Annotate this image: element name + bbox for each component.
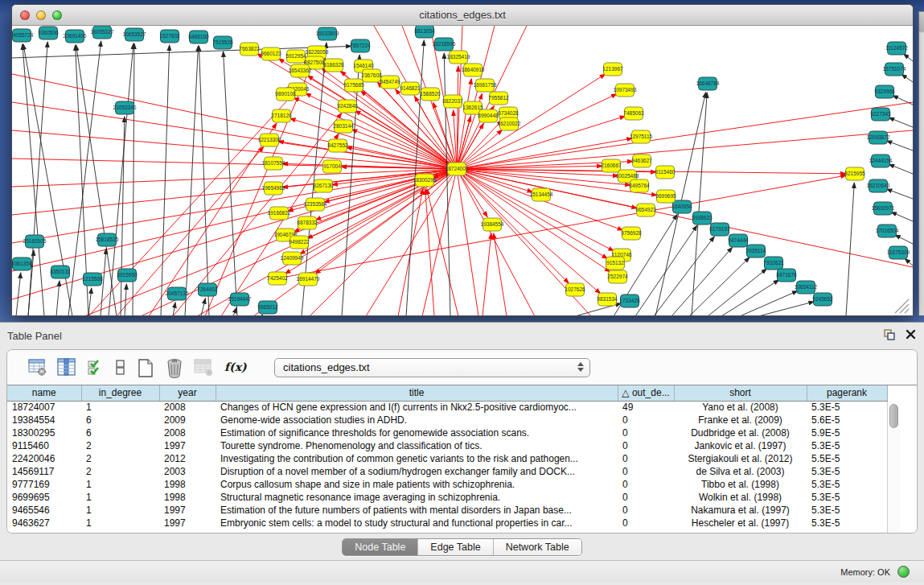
cell-in_degree[interactable]: 1 <box>81 517 159 529</box>
cell-title[interactable]: Changes of HCN gene expression and I(f) … <box>216 401 618 414</box>
cell-out_degree[interactable]: 0 <box>618 426 674 439</box>
graph-edge[interactable] <box>846 183 854 316</box>
graph-edge[interactable] <box>886 141 913 150</box>
show-columns-icon[interactable] <box>55 356 77 378</box>
graph-node[interactable]: 12213300 <box>258 134 281 146</box>
graph-node[interactable]: 917004 <box>323 160 342 173</box>
graph-node[interactable]: 12975115 <box>630 130 653 143</box>
graph-edge[interactable] <box>905 258 913 266</box>
graph-node[interactable]: 20457135 <box>166 287 189 300</box>
graph-edge[interactable] <box>185 46 198 316</box>
graph-node[interactable]: 9146821 <box>400 82 421 95</box>
cell-short[interactable]: Jankovic et al. (1997) <box>674 439 807 452</box>
cell-in_degree[interactable]: 6 <box>81 426 159 439</box>
graph-node[interactable]: 1027626 <box>565 283 585 296</box>
graph-node[interactable]: 16033809 <box>316 27 339 40</box>
cell-out_degree[interactable]: 49 <box>618 401 674 414</box>
cell-year[interactable]: 2009 <box>159 414 216 426</box>
graph-edge[interactable] <box>253 169 457 316</box>
graph-node[interactable]: 8350131 <box>50 266 71 278</box>
graph-node[interactable]: 12409949 <box>281 252 304 265</box>
graph-node[interactable]: 16055327 <box>91 26 114 39</box>
cell-pagerank[interactable]: 5.3E-5 <box>807 478 887 491</box>
cell-out_degree[interactable]: 0 <box>618 439 674 452</box>
graph-node[interactable]: 7955812 <box>488 92 509 105</box>
graph-edge[interactable] <box>740 290 798 316</box>
cell-name[interactable]: 9699695 <box>7 491 81 504</box>
cell-year[interactable]: 1997 <box>159 439 216 452</box>
cell-title[interactable]: Disruption of a novel member of a sodium… <box>216 465 618 478</box>
graph-node[interactable]: 17016504 <box>876 225 899 237</box>
graph-edge[interactable] <box>355 110 457 169</box>
cell-title[interactable]: Embryonic stem cells: a model to study s… <box>216 517 618 529</box>
graph-node[interactable]: 9654923 <box>635 204 656 216</box>
graph-node[interactable]: 16210643 <box>867 179 890 192</box>
cell-name[interactable]: 22420046 <box>7 452 81 465</box>
cell-year[interactable]: 1998 <box>159 478 216 491</box>
graph-node[interactable]: 16961758 <box>474 79 497 92</box>
graph-edge[interactable] <box>692 93 707 316</box>
graph-node[interactable]: 915132 <box>606 257 625 270</box>
cell-name[interactable]: 9115460 <box>7 439 81 452</box>
cell-pagerank[interactable]: 5.3E-5 <box>807 491 887 504</box>
graph-node[interactable]: 2367608 <box>361 69 382 82</box>
graph-edge[interactable] <box>366 169 457 316</box>
graph-node[interactable]: 18107554 <box>262 157 285 170</box>
column-header-in_degree[interactable]: in_degree <box>81 385 159 401</box>
graph-edge[interactable] <box>233 307 236 316</box>
graph-node[interactable]: 18724007 <box>446 163 469 175</box>
graph-node[interactable]: 9360506 <box>38 27 59 39</box>
graph-node[interactable]: 11675309 <box>887 246 910 259</box>
cell-pagerank[interactable]: 5.3E-5 <box>807 401 887 414</box>
graph-node[interactable]: 7485063 <box>623 107 644 120</box>
graph-node[interactable]: 9938923 <box>692 212 713 225</box>
graph-node[interactable]: 18300295 <box>413 174 437 187</box>
column-header-name[interactable]: name <box>7 385 81 401</box>
graph-node[interactable]: 11124572 <box>885 42 908 55</box>
graph-node[interactable]: 9115460 <box>655 166 676 179</box>
cell-pagerank[interactable]: 5.3E-5 <box>807 517 887 529</box>
graph-edge[interactable] <box>708 269 766 316</box>
graph-node[interactable]: 15751074 <box>883 63 906 76</box>
cell-name[interactable]: 14569117 <box>7 465 81 478</box>
graph-node[interactable]: 25160505 <box>23 235 47 248</box>
graph-node[interactable]: 8186328 <box>323 59 344 72</box>
graph-edge[interactable] <box>671 247 733 316</box>
graph-node[interactable]: 19384554 <box>481 218 504 231</box>
graph-edge[interactable] <box>351 130 457 169</box>
graph-edge[interactable] <box>12 130 457 169</box>
graph-edge[interactable] <box>457 169 608 258</box>
graph-node[interactable]: 9245652 <box>812 293 833 306</box>
table-scrollbar-thumb[interactable] <box>889 404 898 428</box>
graph-node[interactable]: 16543362 <box>289 64 312 77</box>
cell-pagerank[interactable]: 5.3E-5 <box>807 465 887 478</box>
network-window[interactable]: citations_edges.txt 18724007183002952405… <box>11 4 914 316</box>
table-row[interactable]: 1872400712008Changes of HCN gene express… <box>7 401 887 414</box>
graph-edge[interactable] <box>457 169 913 267</box>
graph-node[interactable]: 10653527 <box>123 28 146 41</box>
graph-edge[interactable] <box>895 235 913 244</box>
network-window-titlebar[interactable]: citations_edges.txt <box>12 5 913 26</box>
delete-rows-icon[interactable] <box>163 356 185 378</box>
graph-node[interactable]: 9831534 <box>597 293 618 306</box>
graph-node[interactable]: 8215955 <box>844 167 865 180</box>
graph-edge[interactable] <box>457 102 913 169</box>
cell-title[interactable]: Investigating the contribution of common… <box>216 452 618 465</box>
cell-pagerank[interactable]: 5.3E-5 <box>807 439 887 452</box>
tab-node-table[interactable]: Node Table <box>343 539 417 555</box>
graph-edge[interactable] <box>893 96 913 105</box>
graph-edge[interactable] <box>23 44 44 316</box>
cell-pagerank[interactable]: 5.3E-5 <box>807 504 887 517</box>
graph-node[interactable]: 1213967 <box>602 63 623 76</box>
graph-node[interactable]: 12353584 <box>304 198 327 211</box>
graph-edge[interactable] <box>427 189 458 316</box>
graph-node[interactable]: 9175685 <box>343 79 364 92</box>
resize-grip-icon[interactable] <box>895 299 909 313</box>
cell-in_degree[interactable]: 1 <box>81 478 159 491</box>
graph-node[interactable]: 10654112 <box>795 281 818 294</box>
cell-short[interactable]: Wolkin et al. (1998) <box>674 491 807 504</box>
graph-edge[interactable] <box>12 169 457 299</box>
graph-node[interactable]: 21053346 <box>113 101 137 114</box>
cell-year[interactable]: 1997 <box>159 517 216 529</box>
cell-in_degree[interactable]: 1 <box>81 401 159 414</box>
